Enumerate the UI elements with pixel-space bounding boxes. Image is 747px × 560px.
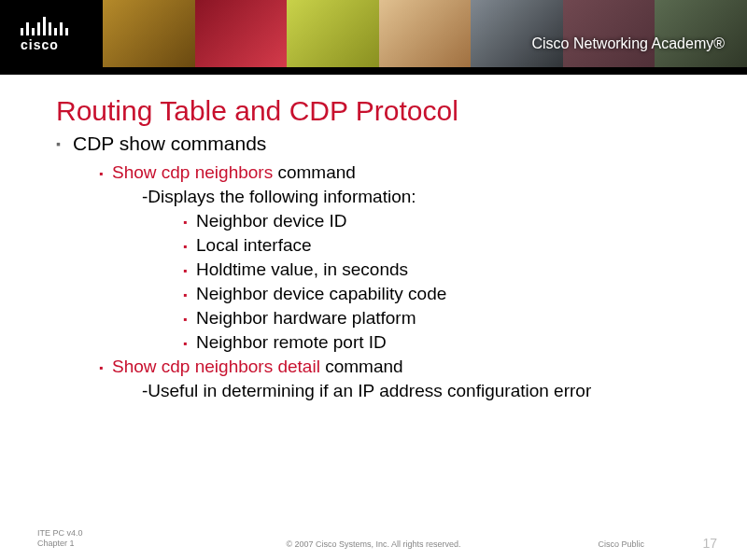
info-item: Neighbor hardware platform	[196, 308, 747, 329]
header-photo	[195, 0, 288, 67]
cisco-logo-text: cisco	[21, 37, 68, 52]
footer-left: ITE PC v4.0 Chapter 1	[37, 528, 83, 549]
academy-label: Cisco Networking Academy®	[531, 35, 725, 52]
footer-course: ITE PC v4.0	[37, 528, 83, 539]
header-photo	[471, 0, 563, 67]
header-band: cisco Cisco Networking Academy®	[0, 0, 747, 67]
topic-heading: CDP show commands	[73, 133, 747, 155]
cisco-logo: cisco	[0, 15, 68, 52]
command-suffix: command	[320, 357, 403, 376]
footer-chapter: Chapter 1	[37, 539, 83, 549]
header-photo	[103, 0, 195, 67]
slide-content: CDP show commands Show cdp neighbors com…	[56, 133, 747, 401]
header-photo	[563, 0, 655, 67]
command-description: -Displays the following information:	[142, 187, 747, 207]
command-item: Show cdp neighbors command	[112, 162, 747, 183]
header-photo-strip	[103, 0, 747, 67]
command-name: Show cdp neighbors	[112, 162, 273, 182]
page-number: 17	[702, 536, 717, 551]
info-item: Holdtime value, in seconds	[196, 259, 747, 280]
info-item: Neighbor device ID	[196, 211, 747, 231]
command-description: -Useful in determining if an IP address …	[142, 381, 747, 401]
header-photo	[655, 0, 747, 67]
footer-copyright: © 2007 Cisco Systems, Inc. All rights re…	[286, 539, 460, 549]
footer-classification: Cisco Public	[598, 539, 644, 549]
slide-title: Routing Table and CDP Protocol	[56, 95, 747, 127]
header-underline	[0, 67, 747, 75]
info-item: Neighbor device capability code	[196, 284, 747, 304]
info-item: Neighbor remote port ID	[196, 332, 747, 353]
command-item: Show cdp neighbors detail command	[112, 357, 747, 377]
info-item: Local interface	[196, 235, 747, 256]
header-photo	[379, 0, 472, 67]
cisco-logo-bars-icon	[21, 15, 68, 35]
command-name: Show cdp neighbors detail	[112, 357, 320, 376]
command-suffix: command	[273, 162, 356, 182]
header-photo	[287, 0, 379, 67]
